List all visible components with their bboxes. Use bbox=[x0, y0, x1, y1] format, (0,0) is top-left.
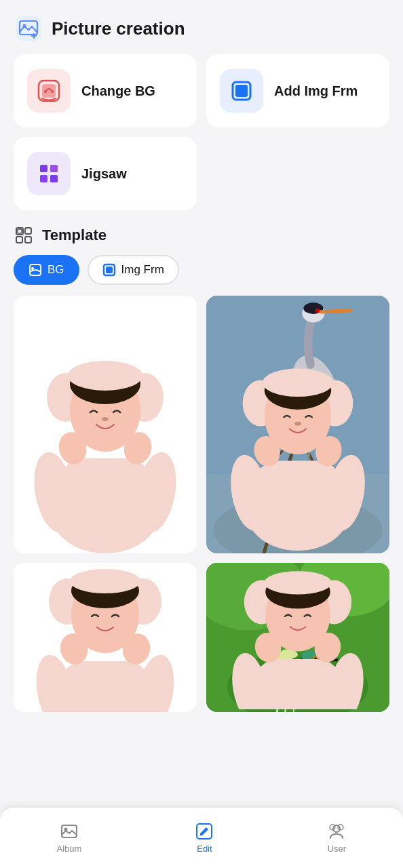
change-bg-card[interactable]: Change BG bbox=[14, 54, 197, 127]
change-bg-label: Change BG bbox=[81, 82, 155, 100]
gallery-item-right-top[interactable] bbox=[206, 296, 389, 553]
gallery-item-left-bottom[interactable] bbox=[14, 563, 197, 712]
add-img-frm-card[interactable]: Add Img Frm bbox=[206, 54, 389, 127]
jigsaw-card[interactable]: Jigsaw bbox=[14, 137, 197, 210]
nav-edit[interactable]: Edit bbox=[181, 816, 227, 859]
svg-point-35 bbox=[68, 361, 142, 391]
gallery-item-right-bottom[interactable] bbox=[206, 563, 389, 712]
bottom-nav: Album Edit User bbox=[0, 807, 403, 868]
svg-point-8 bbox=[51, 90, 54, 93]
gallery-right-col bbox=[206, 296, 389, 712]
feature-cards: Change BG Add Img Frm Jigsaw bbox=[0, 54, 403, 210]
edit-label: Edit bbox=[197, 844, 212, 854]
svg-rect-23 bbox=[106, 267, 113, 273]
jigsaw-icon-wrap bbox=[27, 152, 71, 195]
add-img-frm-icon-wrap bbox=[220, 69, 263, 113]
template-section-title: Template bbox=[42, 226, 107, 244]
template-gallery bbox=[0, 296, 403, 712]
user-label: User bbox=[328, 844, 346, 854]
template-section-icon bbox=[14, 225, 34, 245]
svg-rect-100 bbox=[62, 825, 77, 837]
filter-tab-bg[interactable]: BG bbox=[14, 255, 79, 285]
filter-bg-label: BG bbox=[47, 263, 64, 277]
filter-tabs: BG Img Frm bbox=[0, 255, 403, 285]
jigsaw-label: Jigsaw bbox=[81, 165, 127, 182]
template-section-header: Template bbox=[0, 210, 403, 255]
edit-icon bbox=[195, 822, 214, 841]
filter-imgfrm-label: Img Frm bbox=[121, 263, 164, 277]
svg-rect-17 bbox=[25, 228, 31, 234]
gallery-item-left-top[interactable] bbox=[14, 296, 197, 553]
filter-tab-imgfrm[interactable]: Img Frm bbox=[88, 255, 179, 285]
album-label: Album bbox=[57, 844, 82, 854]
svg-rect-19 bbox=[25, 237, 31, 243]
svg-rect-12 bbox=[50, 165, 58, 172]
svg-point-34 bbox=[102, 417, 109, 421]
page-title: Picture creation bbox=[52, 18, 185, 39]
user-icon bbox=[327, 822, 346, 841]
svg-point-70 bbox=[294, 422, 301, 426]
svg-point-21 bbox=[31, 267, 34, 270]
page-header: Picture creation bbox=[0, 0, 403, 54]
svg-rect-16 bbox=[18, 229, 22, 233]
svg-point-57 bbox=[315, 309, 320, 313]
svg-rect-18 bbox=[16, 237, 22, 243]
svg-point-105 bbox=[338, 825, 343, 830]
svg-point-71 bbox=[263, 368, 333, 397]
svg-point-104 bbox=[333, 825, 340, 832]
album-icon bbox=[60, 822, 79, 841]
nav-user[interactable]: User bbox=[313, 816, 360, 859]
svg-rect-6 bbox=[42, 84, 56, 98]
svg-rect-13 bbox=[40, 175, 47, 182]
header-icon bbox=[14, 14, 43, 43]
svg-point-46 bbox=[70, 569, 140, 593]
svg-point-106 bbox=[330, 825, 335, 830]
svg-rect-10 bbox=[235, 85, 248, 97]
add-img-frm-label: Add Img Frm bbox=[274, 82, 358, 100]
svg-rect-11 bbox=[40, 165, 47, 172]
change-bg-icon-wrap bbox=[27, 69, 71, 113]
svg-point-7 bbox=[44, 90, 47, 93]
svg-point-99 bbox=[264, 571, 331, 594]
svg-rect-14 bbox=[50, 175, 58, 182]
nav-album[interactable]: Album bbox=[43, 816, 96, 859]
svg-line-56 bbox=[320, 311, 351, 312]
